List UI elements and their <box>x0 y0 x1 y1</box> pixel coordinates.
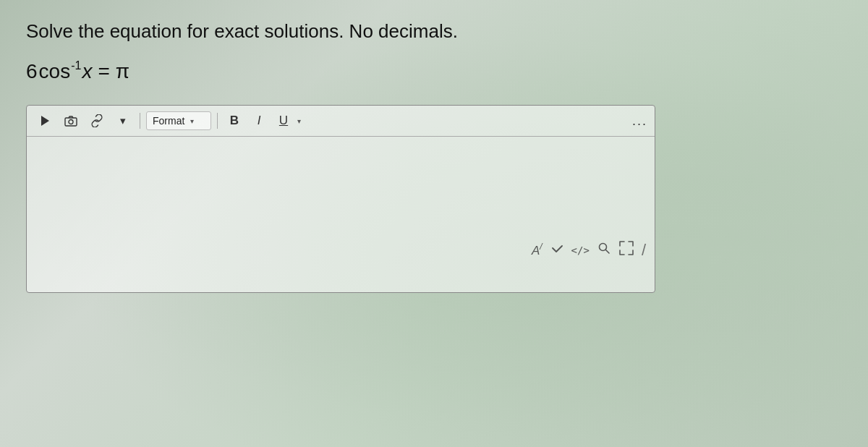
camera-icon <box>64 114 77 127</box>
annotation-button[interactable]: A/ <box>532 242 542 258</box>
format-label: Format <box>153 115 184 127</box>
equation: 6 cos -1 x = π <box>26 60 842 83</box>
eq-variable: x <box>82 60 92 83</box>
eq-func: cos <box>39 60 71 83</box>
toolbar-divider-2 <box>217 113 218 129</box>
bold-button[interactable]: B <box>224 110 245 132</box>
more-button[interactable]: ... <box>632 114 647 129</box>
link-icon <box>90 114 103 127</box>
search-icon <box>597 241 611 255</box>
underline-button[interactable]: U <box>273 110 294 132</box>
format-dropdown[interactable]: Format ▾ <box>146 111 211 130</box>
editor-area[interactable]: A/ </> <box>27 137 655 267</box>
check-button[interactable] <box>550 241 564 259</box>
editor-box: ▾ Format ▾ B I U ▾ ... <box>26 105 655 293</box>
slash-button[interactable]: / <box>642 241 646 260</box>
italic-button[interactable]: I <box>248 110 270 132</box>
svg-rect-0 <box>65 118 77 126</box>
underline-label: U <box>279 114 288 128</box>
italic-label: I <box>258 114 261 128</box>
eq-exponent: -1 <box>71 60 81 72</box>
toolbar-chevron-icon: ▾ <box>120 114 126 127</box>
bottom-toolbar: A/ </> <box>532 240 646 260</box>
expand-icon <box>618 240 634 256</box>
expand-button[interactable] <box>618 240 634 260</box>
eq-coefficient: 6 <box>26 60 38 83</box>
check-icon <box>550 241 564 255</box>
toolbar: ▾ Format ▾ B I U ▾ ... <box>27 106 655 137</box>
svg-line-3 <box>605 250 609 254</box>
eq-rhs: π <box>116 60 129 83</box>
code-button[interactable]: </> <box>571 244 590 256</box>
play-icon <box>41 116 49 126</box>
eq-equals: = <box>98 60 109 83</box>
svg-point-1 <box>69 120 73 124</box>
content-wrapper: Solve the equation for exact solutions. … <box>0 0 868 447</box>
search-button[interactable] <box>597 241 611 259</box>
camera-button[interactable] <box>60 110 82 132</box>
format-chevron-icon: ▾ <box>190 117 194 125</box>
play-button[interactable] <box>34 110 56 132</box>
biu-section: B I U ▾ <box>224 110 301 132</box>
link-button[interactable] <box>86 110 108 132</box>
question-text: Solve the equation for exact solutions. … <box>26 20 842 43</box>
toolbar-divider-1 <box>140 113 140 129</box>
biu-chevron-icon[interactable]: ▾ <box>297 117 301 125</box>
bold-label: B <box>230 114 239 128</box>
toolbar-chevron-button[interactable]: ▾ <box>112 110 134 132</box>
